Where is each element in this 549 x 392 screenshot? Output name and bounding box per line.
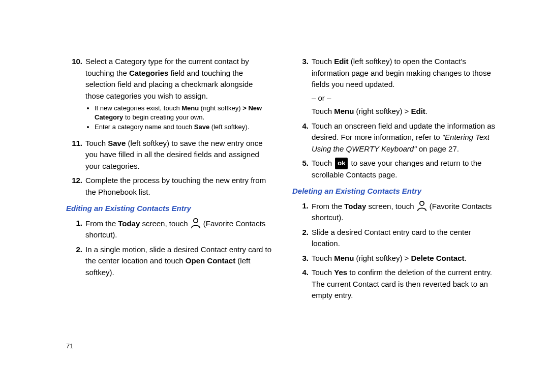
text: Complete the process by touching the new… [85, 176, 266, 196]
text: From the [312, 202, 344, 210]
item-number: 12. [66, 175, 85, 198]
manual-page: 10. Select a Category type for the curre… [0, 0, 549, 392]
text: Touch [312, 57, 334, 66]
text: Touch [312, 254, 334, 262]
item-body: Touch Menu (right softkey) > Delete Cont… [312, 253, 498, 264]
bold-text: Menu [334, 107, 354, 115]
left-column: 10. Select a Category type for the curre… [66, 56, 272, 305]
bold-text: Save [108, 139, 126, 147]
list-item-4: 4. Touch an onscreen field and update th… [292, 120, 498, 155]
or-separator: – or – [312, 93, 498, 104]
ordered-list-editing: 1. From the Today screen, touch (Favorit… [66, 218, 272, 279]
item-body: From the Today screen, touch (Favorite C… [312, 200, 498, 224]
text: screen, touch [366, 202, 416, 210]
text: Touch [312, 268, 334, 277]
bold-text: Delete Contact [411, 254, 465, 262]
section-heading-deleting: Deleting an Existing Contacts Entry [292, 186, 498, 197]
bold-text: Open Contact [186, 256, 235, 265]
list-item-del-1: 1. From the Today screen, touch (Favorit… [292, 200, 498, 224]
item-body: Touch ok to save your changes and return… [312, 158, 498, 180]
text: Touch [85, 139, 108, 147]
text: . [465, 254, 467, 262]
bold-text: Edit [411, 107, 425, 115]
text: . [425, 107, 428, 115]
item-number: 4. [292, 267, 312, 301]
item-body: Touch an onscreen field and update the i… [312, 120, 498, 155]
bold-text: Categories [129, 69, 169, 77]
text: Touch [312, 107, 334, 115]
contact-icon [417, 200, 427, 212]
text: (right softkey) > [354, 107, 411, 115]
bold-text: Yes [334, 268, 347, 277]
text: (left softkey). [209, 123, 249, 131]
bullet-item: Enter a category name and touch Save (le… [95, 123, 272, 132]
ok-icon: ok [335, 158, 348, 169]
list-item-del-3: 3. Touch Menu (right softkey) > Delete C… [292, 253, 498, 264]
list-item-5: 5. Touch ok to save your changes and ret… [292, 158, 498, 180]
list-item-edit-2: 2. In a single motion, slide a desired C… [66, 244, 272, 279]
item-body: Touch Save (left softkey) to save the ne… [85, 138, 272, 172]
bold-text: Today [344, 202, 366, 210]
text: to begin creating your own. [123, 113, 204, 121]
item-number: 1. [66, 218, 85, 241]
text: If new categories exist, touch [95, 104, 181, 112]
text: (right softkey) > [354, 254, 411, 262]
ordered-list-deleting: 1. From the Today screen, touch (Favorit… [292, 200, 498, 301]
bullet-item: If new categories exist, touch Menu (rig… [95, 104, 272, 122]
list-item-edit-1: 1. From the Today screen, touch (Favorit… [66, 218, 272, 241]
item-number: 2. [66, 244, 85, 279]
bold-text: Menu [181, 104, 199, 112]
page-number: 71 [66, 342, 73, 350]
list-item-del-2: 2. Slide a desired Contact entry card to… [292, 227, 498, 250]
contact-icon [191, 218, 201, 229]
item-number: 2. [292, 227, 312, 250]
item-body: Complete the process by touching the new… [85, 175, 272, 198]
list-item-del-4: 4. Touch Yes to confirm the deletion of … [292, 267, 498, 301]
bold-text: Save [194, 123, 209, 131]
text: Slide a desired Contact entry card to th… [312, 228, 471, 248]
bold-text: Menu [334, 254, 354, 262]
list-item-10: 10. Select a Category type for the curre… [66, 56, 272, 135]
item-number: 4. [292, 120, 312, 155]
list-item-12: 12. Complete the process by touching the… [66, 175, 272, 198]
item-body: Select a Category type for the current c… [85, 56, 272, 135]
item-body: Touch Yes to confirm the deletion of the… [312, 267, 498, 301]
item-number: 11. [66, 138, 85, 172]
text: Touch [312, 159, 334, 167]
item-number: 5. [292, 158, 312, 180]
list-item-11: 11. Touch Save (left softkey) to save th… [66, 138, 272, 172]
bold-text: Today [118, 219, 140, 228]
item-body: Touch Edit (left softkey) to open the Co… [312, 56, 498, 117]
bullet-list: If new categories exist, touch Menu (rig… [95, 104, 272, 132]
item-number: 10. [66, 56, 85, 135]
columns: 10. Select a Category type for the curre… [66, 56, 498, 305]
text: screen, touch [140, 219, 190, 228]
text: From the [85, 219, 118, 228]
item-body: From the Today screen, touch (Favorite C… [85, 218, 272, 241]
bold-text: Edit [334, 57, 348, 66]
right-column: 3. Touch Edit (left softkey) to open the… [292, 56, 498, 305]
ordered-list-right: 3. Touch Edit (left softkey) to open the… [292, 56, 498, 180]
item-number: 3. [292, 56, 312, 117]
item-number: 1. [292, 200, 312, 224]
section-heading-editing: Editing an Existing Contacts Entry [66, 203, 272, 215]
item-number: 3. [292, 253, 312, 264]
list-item-3: 3. Touch Edit (left softkey) to open the… [292, 56, 498, 117]
text: Enter a category name and touch [95, 123, 194, 131]
item-body: In a single motion, slide a desired Cont… [85, 244, 272, 279]
text: on page 27. [417, 144, 459, 153]
text: (right softkey) [199, 104, 242, 112]
ordered-list-left: 10. Select a Category type for the curre… [66, 56, 272, 198]
item-body: Slide a desired Contact entry card to th… [312, 227, 498, 250]
